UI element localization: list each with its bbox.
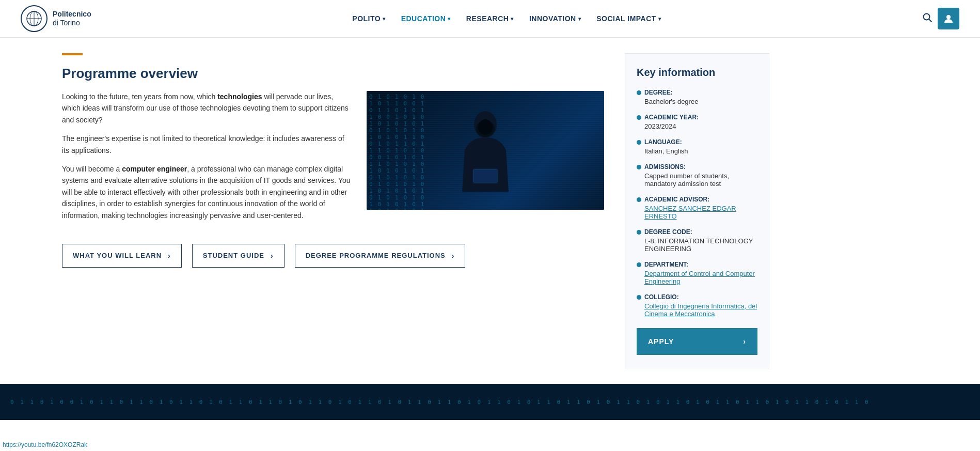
chevron-down-icon: ▾ [511,16,514,22]
hooded-figure [460,109,511,192]
degree-code-value: L-8: INFORMATION TECHNOLOGY ENGINEERING [637,237,757,253]
academic-advisor-link[interactable]: SANCHEZ SANCHEZ EDGAR ERNESTO [637,205,757,220]
bottom-bar: 0 1 1 0 1 0 0 1 0 1 1 0 1 1 0 1 0 1 1 0 … [0,384,980,420]
logo-text: Politecnico di Torino [53,10,91,27]
degree-programme-regulations-button[interactable]: DEGREE PROGRAMME REGULATIONS › [295,244,466,268]
chevron-down-icon: ▾ [658,16,661,22]
chevron-down-icon: ▾ [578,16,581,22]
what-you-will-learn-button[interactable]: WHAT YOU WILL LEARN › [62,244,182,268]
logo[interactable]: Politecnico di Torino [21,5,91,32]
user-button[interactable] [938,8,959,29]
hero-image: 01011010101100101101 1010010110101101001… [367,91,604,210]
key-info-title: Key information [637,67,757,79]
key-info-box: Key information DEGREE: Bachelor's degre… [625,53,769,368]
dot-icon [637,295,641,300]
logo-icon [21,5,48,32]
svg-point-9 [478,119,493,135]
apply-button[interactable]: APPLY › [637,328,757,355]
admissions-value: Capped number of students, mandatory adm… [637,172,757,188]
paragraph-1: Looking to the future, ten years from no… [62,91,351,126]
academic-year-value: 2023/2024 [637,122,757,130]
nav-research[interactable]: RESEARCH ▾ [466,14,514,23]
nav-innovation[interactable]: INNOVATION ▾ [529,14,581,23]
svg-line-5 [929,19,931,22]
degree-value: Bachelor's degree [637,98,757,105]
search-button[interactable] [922,12,932,25]
dot-icon [637,230,641,235]
svg-point-6 [946,15,951,19]
collegio-link[interactable]: Collegio di Ingegneria Informatica, del … [637,302,757,318]
info-academic-advisor: ACADEMIC ADVISOR: SANCHEZ SANCHEZ EDGAR … [637,196,757,220]
info-academic-year: ACADEMIC YEAR: 2023/2024 [637,114,757,130]
nav-social-impact[interactable]: SOCIAL IMPACT ▾ [596,14,661,23]
dot-icon [637,165,641,169]
left-content: Programme overview Looking to the future… [62,53,604,368]
main-container: Programme overview Looking to the future… [0,38,980,384]
info-language: LANGUAGE: Italian, English [637,138,757,155]
student-guide-button[interactable]: STUDENT GUIDE › [192,244,284,268]
arrow-icon: › [743,337,746,346]
chevron-down-icon: ▾ [448,16,451,22]
department-link[interactable]: Department of Control and Computer Engin… [637,270,757,285]
right-sidebar: Key information DEGREE: Bachelor's degre… [625,53,769,368]
chevron-down-icon: ▾ [383,16,386,22]
svg-rect-11 [473,169,497,182]
dot-icon [637,140,641,145]
info-degree-code: DEGREE CODE: L-8: INFORMATION TECHNOLOGY… [637,228,757,253]
orange-bar [62,53,83,55]
paragraph-2: The engineer's expertise is not limited … [62,133,351,156]
nav-icons [922,8,959,29]
dot-icon [637,115,641,120]
dot-icon [637,262,641,267]
nav-education[interactable]: EDUCATION ▾ [401,14,451,23]
arrow-icon: › [271,252,274,260]
text-content: Looking to the future, ten years from no… [62,91,351,228]
arrow-icon: › [452,252,455,260]
nav-polito[interactable]: POLITO ▾ [352,14,385,23]
dot-icon [637,90,641,95]
arrow-icon: › [168,252,171,260]
info-collegio: COLLEGIO: Collegio di Ingegneria Informa… [637,293,757,318]
programme-title: Programme overview [62,66,604,82]
navbar: Politecnico di Torino POLITO ▾ EDUCATION… [0,0,980,38]
info-degree: DEGREE: Bachelor's degree [637,89,757,105]
paragraph-3: You will become a computer engineer, a p… [62,163,351,221]
button-row: WHAT YOU WILL LEARN › STUDENT GUIDE › DE… [62,244,604,268]
info-department: DEPARTMENT: Department of Control and Co… [637,261,757,285]
info-admissions: ADMISSIONS: Capped number of students, m… [637,163,757,188]
dot-icon [637,197,641,202]
programme-body: Looking to the future, ten years from no… [62,91,604,228]
language-value: Italian, English [637,147,757,155]
nav-links: POLITO ▾ EDUCATION ▾ RESEARCH ▾ INNOVATI… [352,14,661,23]
